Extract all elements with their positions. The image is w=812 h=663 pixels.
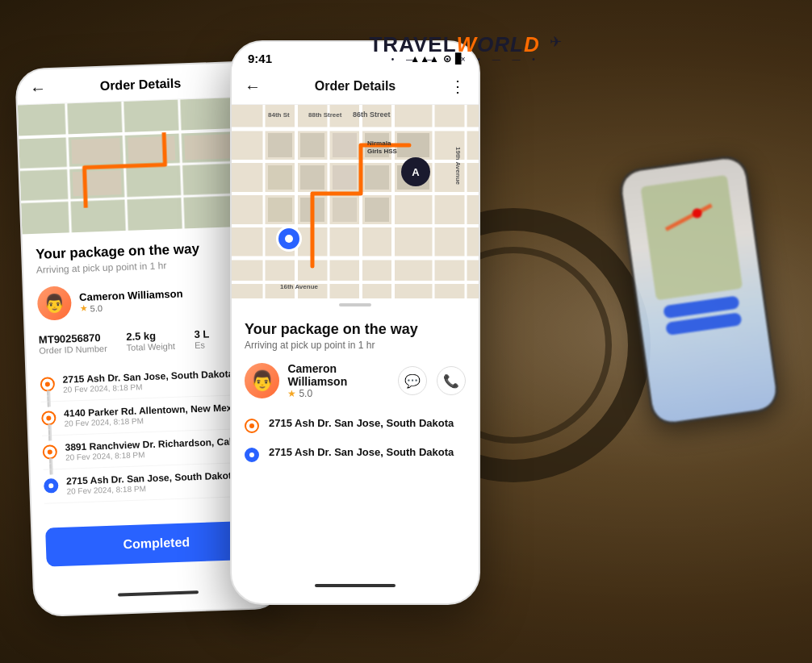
bg-addr-dot-2: [41, 411, 57, 426]
bg-addr-dot-1: [40, 377, 56, 392]
weight-item: 2.5 kg Total Weight: [126, 329, 175, 352]
fg-addr-1: 2715 Ash Dr. San Jose, South Dakota: [245, 411, 466, 440]
map-svg: 86th Street 19th Avenue Nirmala Girls HS…: [232, 105, 479, 298]
mini-map-road: [665, 203, 713, 231]
logo-world: W: [457, 32, 478, 56]
logo-orl: ORL: [477, 32, 524, 56]
bg-phone-bottom-bar: [118, 590, 199, 596]
scroll-indicator: [339, 303, 371, 306]
svg-rect-34: [268, 198, 292, 222]
fg-addr-2: 2715 Ash Dr. San Jose, South Dakota: [245, 440, 466, 469]
fg-addr-text-1: 2715 Ash Dr. San Jose, South Dakota: [269, 417, 454, 429]
mini-map: [641, 175, 743, 301]
back-button[interactable]: ←: [245, 77, 261, 96]
content-area: Your package on the way Arriving at pick…: [232, 311, 479, 478]
order-details-title: Order Details: [315, 79, 396, 94]
svg-rect-37: [365, 198, 389, 222]
svg-rect-24: [268, 133, 292, 157]
svg-rect-8: [128, 136, 175, 162]
app-header: ← Order Details ⋮: [232, 70, 479, 105]
destination-marker-inner: [285, 235, 293, 243]
package-title: Your package on the way: [245, 321, 466, 338]
bg-addr-dot-3: [43, 444, 58, 460]
svg-rect-10: [184, 134, 233, 160]
logo-d: D: [524, 32, 540, 56]
svg-rect-29: [268, 165, 292, 190]
logo-text: TRAVELWORLD: [369, 32, 546, 56]
svg-rect-31: [333, 165, 357, 190]
bg-driver-info: 👨 Cameron Williamson ★ 5.0: [37, 279, 259, 321]
rating-value: 5.0: [299, 388, 312, 399]
bg-order-details-title: Order Details: [99, 76, 181, 93]
driver-marker: A: [401, 157, 430, 186]
blurred-phone: [617, 153, 781, 427]
status-time: 9:41: [248, 52, 272, 65]
svg-text:88th Street: 88th Street: [308, 111, 342, 119]
fg-phone-bottom-bar: [315, 584, 396, 587]
driver-avatar-img: 👨: [250, 369, 274, 392]
svg-rect-32: [365, 165, 389, 190]
bg-star-icon: ★: [79, 303, 87, 314]
svg-rect-25: [300, 133, 324, 157]
logo-travel: TRAVEL: [369, 32, 456, 56]
bg-driver-avatar: 👨: [37, 286, 72, 320]
star-icon: ★: [287, 388, 296, 399]
svg-rect-30: [300, 165, 324, 190]
bg-addr-dot-4: [44, 478, 59, 494]
message-button[interactable]: 💬: [398, 366, 427, 395]
bg-driver-details: Cameron Williamson ★ 5.0: [79, 288, 183, 314]
driver-row: 👨 Cameron Williamson ★ 5.0 💬 📞: [245, 362, 466, 399]
bg-rating-value: 5.0: [90, 303, 103, 314]
svg-text:Nirmala: Nirmala: [367, 140, 391, 147]
est-label: Es: [195, 340, 210, 350]
destination-marker: [276, 226, 302, 252]
svg-rect-7: [71, 138, 120, 164]
logo-dots: • — — • × • — — •: [369, 55, 562, 64]
fg-addr-dot-inner-2: [249, 452, 254, 457]
svg-text:19th Avenue: 19th Avenue: [454, 147, 462, 186]
call-button[interactable]: 📞: [437, 366, 466, 395]
driver-left: 👨 Cameron Williamson ★ 5.0: [245, 362, 398, 399]
more-button[interactable]: ⋮: [450, 77, 466, 96]
fg-address-list: 2715 Ash Dr. San Jose, South Dakota 2715…: [245, 411, 466, 469]
svg-rect-36: [333, 198, 357, 222]
bg-addr-dot-inner-1: [45, 382, 50, 386]
order-id-label: Order ID Number: [39, 344, 107, 356]
bg-addr-dot-inner-3: [48, 449, 52, 454]
svg-rect-26: [333, 133, 357, 157]
logo-plane-icon: ✈: [550, 34, 562, 50]
est-value: 3 L: [194, 327, 209, 340]
weight-label: Total Weight: [127, 341, 176, 352]
svg-text:84th St: 84th St: [268, 111, 290, 119]
driver-marker-label: A: [412, 166, 419, 178]
blurred-phone-screen: [620, 156, 778, 424]
driver-actions: 💬 📞: [398, 366, 466, 395]
order-id-item: MT90256870 Order ID Number: [39, 332, 107, 356]
driver-avatar: 👨: [245, 363, 279, 398]
bg-addr-dot-inner-4: [48, 483, 53, 488]
bg-back-icon[interactable]: ←: [30, 79, 47, 98]
svg-text:16th Avenue: 16th Avenue: [280, 283, 319, 290]
map-area: 86th Street 19th Avenue Nirmala Girls HS…: [232, 105, 479, 298]
driver-rating: ★ 5.0: [287, 388, 398, 399]
driver-name: Cameron Williamson: [287, 362, 398, 388]
svg-text:Girls HSS: Girls HSS: [367, 148, 398, 155]
foreground-phone: 9:41 ▲▲▲ ⊙ ▊ ← Order Details ⋮: [230, 40, 480, 605]
driver-details: Cameron Williamson ★ 5.0: [287, 362, 398, 399]
svg-rect-9: [73, 170, 122, 196]
brand-logo: TRAVELWORLD ✈ • — — • × • — — •: [369, 32, 562, 57]
svg-text:86th Street: 86th Street: [353, 110, 391, 119]
order-info-row: MT90256870 Order ID Number 2.5 kg Total …: [39, 326, 261, 356]
bg-addr-dot-inner-2: [46, 415, 51, 420]
hand-phone-illustration: [554, 97, 780, 548]
fg-addr-dot-2: [245, 448, 259, 462]
package-subtitle: Arriving at pick up point in 1 hr: [245, 340, 466, 351]
fg-addr-dot-inner-1: [249, 423, 254, 428]
fg-addr-dot-1: [245, 419, 259, 433]
fg-addr-text-2: 2715 Ash Dr. San Jose, South Dakota: [269, 446, 454, 458]
est-item: 3 L Es: [194, 327, 210, 350]
